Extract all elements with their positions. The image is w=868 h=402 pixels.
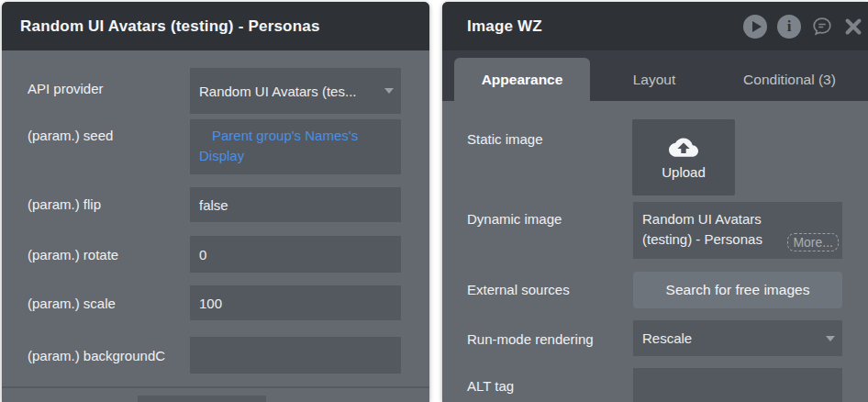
api-provider-value: Random UI Avatars (tes... (199, 84, 356, 99)
param-flip-input[interactable]: false (190, 187, 401, 222)
dynamic-image-label: Dynamic image (467, 211, 562, 227)
run-mode-rendering-dropdown[interactable]: Rescale (633, 320, 842, 356)
footer-divider (2, 386, 429, 388)
play-triangle (752, 21, 762, 32)
param-flip-label: (param.) flip (28, 196, 101, 212)
param-rotate-input[interactable]: 0 (190, 236, 401, 273)
alt-tag-label: ALT tag (467, 378, 514, 394)
seed-expression: Parent group's Names's Display (199, 126, 387, 166)
tab-appearance[interactable]: Appearance (454, 58, 590, 101)
flip-value: false (199, 197, 228, 213)
left-property-editor: Random UI Avatars (testing) - Personas A… (2, 2, 429, 402)
right-panel-header[interactable]: Image WZ i (442, 2, 868, 50)
param-backgroundc-input[interactable] (190, 337, 401, 374)
footer-button-partial[interactable] (138, 396, 266, 402)
left-panel-header[interactable]: Random UI Avatars (testing) - Personas (2, 2, 429, 50)
param-seed-label: (param.) seed (28, 128, 113, 143)
chevron-down-icon (384, 88, 394, 94)
tab-conditional[interactable]: Conditional (3) (718, 58, 861, 101)
run-mode-value: Rescale (642, 330, 692, 346)
upload-button-label: Upload (662, 164, 706, 180)
param-rotate-label: (param.) rotate (28, 247, 118, 262)
close-icon[interactable] (843, 17, 863, 37)
api-provider-dropdown[interactable]: Random UI Avatars (tes... (190, 68, 401, 114)
tab-bar: Appearance Layout Conditional (3) (442, 50, 868, 101)
cloud-upload-icon (669, 136, 698, 158)
upload-button[interactable]: Upload (632, 119, 735, 195)
play-icon[interactable] (743, 15, 767, 39)
left-panel-title: Random UI Avatars (testing) - Personas (2, 17, 320, 36)
scale-value: 100 (199, 296, 222, 311)
param-backgroundc-label: (param.) backgroundC (28, 348, 165, 363)
dynamic-image-expression: Random UI Avatars (testing) - Personas (642, 209, 806, 250)
rotate-value: 0 (199, 247, 206, 262)
tab-layout[interactable]: Layout (590, 58, 718, 101)
alt-tag-input[interactable] (633, 368, 842, 402)
api-provider-label: API provider (28, 81, 104, 96)
run-mode-rendering-label: Run-mode rendering (467, 331, 594, 347)
more-button[interactable]: More... (787, 233, 839, 251)
static-image-label: Static image (467, 131, 543, 147)
search-free-images-button[interactable]: Search for free images (633, 272, 842, 308)
right-panel-title: Image WZ (442, 17, 542, 36)
comment-icon[interactable] (811, 16, 833, 38)
dynamic-image-field[interactable]: Random UI Avatars (testing) - Personas M… (633, 202, 842, 259)
param-scale-label: (param.) scale (28, 296, 116, 311)
header-icon-group: i (743, 2, 863, 50)
param-scale-input[interactable]: 100 (190, 285, 401, 320)
chevron-down-icon (826, 336, 835, 341)
param-seed-field[interactable]: Parent group's Names's Display (190, 119, 401, 174)
image-property-editor: Image WZ i Appearance Layout (442, 2, 868, 402)
info-icon[interactable]: i (777, 15, 801, 39)
external-sources-label: External sources (467, 282, 570, 297)
